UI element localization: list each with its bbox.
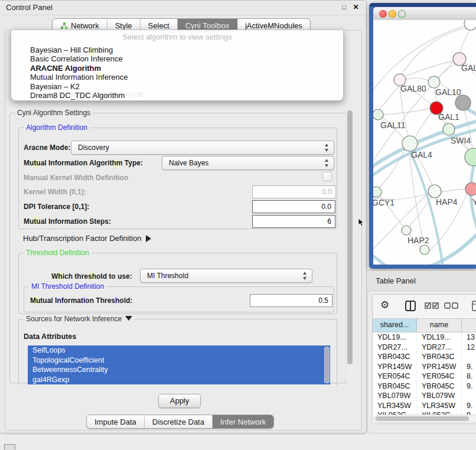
attributes-scrollbar-thumb[interactable] — [325, 347, 329, 383]
network-edge[interactable] — [406, 78, 428, 80]
attribute-item-topologicalcoefficient[interactable]: TopologicalCoefficient — [28, 356, 330, 366]
node-label-hap4: HAP4 — [436, 197, 458, 207]
algorithm-definition-title: Algorithm Definition — [24, 123, 90, 132]
network-node[interactable] — [373, 109, 383, 120]
network-edge[interactable] — [383, 109, 430, 115]
settings-scrollbar-thumb[interactable] — [347, 110, 353, 364]
node-label-gal1: GAL1 — [438, 112, 459, 122]
network-node[interactable] — [428, 185, 441, 198]
attribute-item-gal4rgexp[interactable]: gal4RGexp — [28, 375, 330, 385]
bottom-tab-discretize-data[interactable]: Discretize Data — [145, 415, 213, 428]
node-label-gal80: GAL80 — [400, 84, 426, 93]
data-attributes-label: Data Attributes — [24, 332, 76, 341]
network-edge[interactable] — [441, 189, 465, 192]
algorithm-option-mutual-information-inference[interactable]: Mutual Information Inference — [11, 73, 343, 81]
stepper-arrows-icon — [325, 144, 329, 152]
mi-steps-value: 6 — [327, 216, 331, 227]
network-window-titlebar[interactable] — [373, 7, 476, 21]
table-panel-titlebar: Table Panel — [367, 270, 476, 292]
traffic-light-minimize-icon[interactable] — [389, 10, 396, 18]
table-row[interactable]: YBL079WYBL079W — [373, 391, 476, 401]
table-options-icon[interactable] — [472, 301, 476, 311]
table-row[interactable]: YPR145WYPR145W9. — [373, 362, 476, 372]
network-node[interactable] — [402, 136, 418, 151]
node-table[interactable]: shared...nameYDL19...YDL19...13YDR27...Y… — [373, 318, 476, 420]
network-edge[interactable] — [415, 112, 432, 137]
expanded-arrow-icon[interactable] — [125, 316, 132, 321]
table-cell: 13 — [462, 332, 476, 343]
column-header-cut[interactable] — [462, 319, 476, 332]
traffic-light-zoom-icon[interactable] — [398, 10, 406, 18]
algorithm-option-dream8-dc-tdc-algorithm[interactable]: Dream8 DC_TDC Algorithm — [11, 91, 343, 100]
column-header-shared[interactable]: shared... — [373, 319, 417, 332]
stepper-arrows-icon — [325, 159, 329, 167]
algorithm-option-aracne-algorithm[interactable]: ARACNE Algorithm — [11, 64, 343, 73]
hub-definition-expander[interactable]: Hub/Transcription Factor Definition — [23, 234, 151, 243]
sources-title-text: Sources for Network Inference — [26, 315, 122, 323]
mi-steps-field[interactable]: 6 — [252, 215, 335, 228]
manual-kernel-width-checkbox[interactable] — [322, 172, 332, 181]
column-header-name[interactable]: name — [417, 319, 462, 332]
split-columns-icon[interactable] — [405, 301, 416, 311]
kernel-width-field[interactable]: 0.0 — [252, 185, 336, 198]
bottom-tab-impute-data[interactable]: Impute Data — [87, 415, 145, 428]
algorithm-combobox-placeholder[interactable]: Select algorithm to view settings — [11, 32, 343, 41]
network-canvas[interactable]: GAL7GAL80GAL10GAL1GAL11SWI4GAL4GCY1HAP4Y… — [373, 20, 476, 265]
table-row[interactable]: YDL19...YDL19...13 — [373, 332, 476, 343]
bottom-tab-infer-network[interactable]: Infer Network — [213, 415, 273, 428]
close-window-icon[interactable]: ✕ — [351, 3, 360, 12]
which-threshold-select[interactable]: MI Threshold — [140, 269, 312, 283]
traffic-light-close-icon[interactable] — [379, 10, 387, 18]
table-row[interactable]: YBR043CYBR043C — [373, 352, 476, 362]
network-node[interactable] — [464, 20, 476, 30]
network-node[interactable] — [428, 76, 440, 88]
network-edge[interactable] — [460, 29, 471, 53]
table-cell: YBR043C — [373, 352, 417, 362]
network-node[interactable] — [373, 187, 382, 197]
dpi-tolerance-field[interactable]: 0.0 — [252, 200, 335, 213]
table-cell: YDL19... — [417, 332, 462, 343]
attributes-scrollbar[interactable] — [324, 347, 330, 383]
network-node[interactable] — [402, 226, 411, 235]
algorithm-option-bayesian-k2[interactable]: Bayesian – K2 — [11, 82, 343, 91]
network-node[interactable] — [465, 148, 476, 166]
mi-threshold-field[interactable]: 0.5 — [250, 294, 332, 307]
network-edge-highlighted[interactable] — [373, 253, 407, 265]
cyni-algorithm-settings-group: Cyni Algorithm Settings Algorithm Defini… — [9, 113, 346, 383]
network-node[interactable] — [455, 95, 471, 110]
dpi-tolerance-label: DPI Tolerance [0,1]: — [24, 203, 89, 211]
data-attributes-list[interactable]: SelfLoopsTopologicalCoefficientBetweenne… — [28, 345, 330, 384]
network-node[interactable] — [465, 182, 476, 195]
network-view-window: GAL7GAL80GAL10GAL1GAL11SWI4GAL4GCY1HAP4Y… — [369, 3, 476, 269]
settings-scrollbar[interactable] — [345, 109, 354, 384]
docked-panel-icon[interactable] — [4, 444, 15, 450]
float-window-icon[interactable]: □ — [340, 3, 348, 12]
attribute-item-betweennesscentrality[interactable]: BetweennessCentrality — [28, 365, 330, 375]
node-label-hap2: HAP2 — [407, 236, 429, 245]
select-all-checkboxes-icon[interactable] — [425, 302, 439, 309]
collapsed-arrow-icon[interactable] — [146, 235, 151, 242]
table-row[interactable]: YBR045CYBR045C9. — [373, 381, 476, 392]
aracne-mode-select[interactable]: Discovery — [71, 141, 334, 155]
kernel-width-label: Kernel Width (0,1): — [24, 188, 86, 196]
table-row[interactable]: YER054CYER054C8. — [373, 371, 476, 381]
network-edge[interactable] — [377, 85, 400, 112]
table-row[interactable]: YLR345WYLR345W9. — [373, 401, 476, 411]
gear-icon[interactable]: ⚙ — [380, 299, 389, 311]
mi-algorithm-type-select[interactable]: Naive Bayes — [162, 156, 334, 170]
bottom-tabs: Impute DataDiscretize DataInfer Network — [86, 415, 274, 429]
network-node[interactable] — [443, 123, 455, 135]
network-edge[interactable] — [438, 64, 456, 79]
network-edge[interactable] — [402, 27, 468, 74]
algorithm-option-bayesian-hill-climbing[interactable]: Bayesian – Hill Climbing — [11, 45, 343, 54]
algorithm-option-basic-correlation-inference[interactable]: Basic Correlation Inference — [11, 54, 343, 63]
apply-button[interactable]: Apply — [158, 394, 201, 408]
deselect-all-checkboxes-icon[interactable] — [444, 302, 458, 309]
tab-label: Select — [148, 21, 169, 30]
table-horizontal-scrollbar[interactable] — [374, 415, 476, 423]
table-hscrollbar-thumb[interactable] — [376, 416, 469, 421]
network-node[interactable] — [420, 245, 429, 255]
attribute-item-selfloops[interactable]: SelfLoops — [28, 345, 330, 356]
table-row[interactable]: YDR27...YDR27...12 — [373, 343, 476, 353]
node-label-gal10: GAL10 — [435, 87, 461, 97]
